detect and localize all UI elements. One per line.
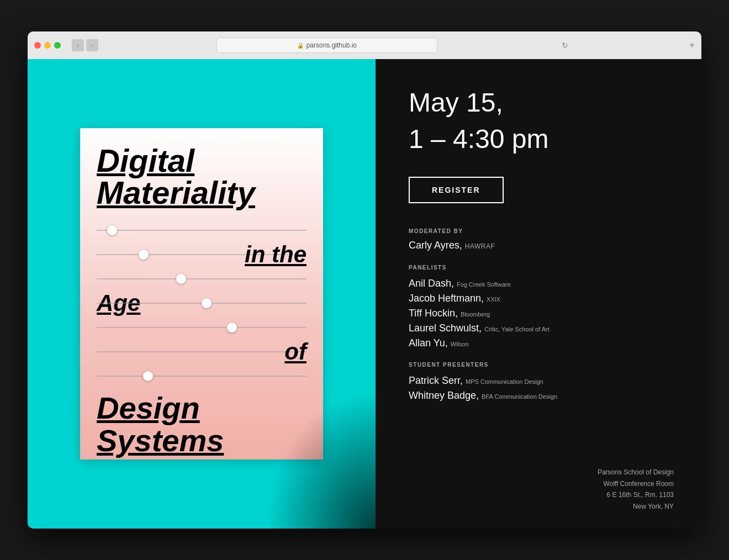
slider-row-5 xyxy=(97,320,307,335)
minimize-button[interactable] xyxy=(44,42,51,49)
slider-row-1 xyxy=(97,223,307,238)
panelists-section: PANELISTS Anil Dash, Fog Creek Software … xyxy=(409,265,674,351)
slider-track-6 xyxy=(97,352,307,352)
poster-bottom-line2: Systems xyxy=(97,425,307,457)
close-button[interactable] xyxy=(34,42,41,49)
left-panel: Digital Materiality in the xyxy=(28,59,376,529)
panelists-label: PANELISTS xyxy=(409,265,674,271)
slider-track-3 xyxy=(97,279,307,279)
forward-button[interactable]: › xyxy=(86,39,98,51)
poster-title: Digital Materiality xyxy=(97,145,307,220)
poster-bottom-line1: Design xyxy=(97,392,307,425)
slider-thumb-7[interactable] xyxy=(143,371,153,381)
poster-title-line2: Materiality xyxy=(97,177,307,209)
browser-window: ‹ › 🔒 parsons.github.io ↻ + Digital Mate… xyxy=(28,31,701,529)
venue-line1: Parsons School of Design xyxy=(409,467,674,478)
slider-row-4: Age xyxy=(97,287,307,320)
register-button[interactable]: REGISTER xyxy=(409,177,504,203)
event-date: May 15, xyxy=(409,87,674,119)
maximize-button[interactable] xyxy=(54,42,61,49)
student-1: Patrick Serr, MPS Communication Design xyxy=(409,373,674,388)
slider-thumb-2[interactable] xyxy=(139,250,149,260)
back-button[interactable]: ‹ xyxy=(72,39,84,51)
refresh-button[interactable]: ↻ xyxy=(559,39,571,51)
venue-line4: New York, NY xyxy=(409,501,674,512)
student-2: Whitney Badge, BFA Communication Design xyxy=(409,388,674,403)
slider-track-5 xyxy=(97,327,307,328)
slider-thumb-4[interactable] xyxy=(202,298,212,308)
of-label: of xyxy=(284,340,307,363)
slider-row-2: in the xyxy=(97,238,307,271)
panelist-1: Anil Dash, Fog Creek Software xyxy=(409,276,674,291)
venue-line2: Wolff Conference Room xyxy=(409,478,674,489)
moderator-name: Carly Ayres, HAWRAF xyxy=(409,240,674,251)
inthe-label: in the xyxy=(245,243,307,266)
slider-thumb-1[interactable] xyxy=(107,225,117,235)
panelist-4: Laurel Schwulst, Critic, Yale School of … xyxy=(409,321,674,336)
url-text: parsons.github.io xyxy=(307,41,357,49)
panelist-5: Allan Yu, Wilson xyxy=(409,336,674,351)
new-tab-button[interactable]: + xyxy=(689,40,695,50)
right-panel: May 15, 1 – 4:30 pm REGISTER MODERATED B… xyxy=(376,59,701,529)
sliders-area: in the Age xyxy=(97,220,307,387)
venue-line3: 6 E 16th St., Rm. 1103 xyxy=(409,489,674,500)
browser-toolbar: ‹ › 🔒 parsons.github.io ↻ + xyxy=(28,31,701,59)
address-bar[interactable]: 🔒 parsons.github.io xyxy=(216,38,437,53)
venue-info: Parsons School of Design Wolff Conferenc… xyxy=(409,467,674,512)
slider-track-7 xyxy=(97,376,307,377)
slider-thumb-5[interactable] xyxy=(227,323,237,332)
slider-row-7 xyxy=(97,368,307,384)
student-section: STUDENT PRESENTERS Patrick Serr, MPS Com… xyxy=(409,362,674,403)
slider-thumb-3[interactable] xyxy=(176,274,186,284)
slider-track-1 xyxy=(97,230,307,231)
poster-card: Digital Materiality in the xyxy=(80,128,323,459)
poster-title-line1: Digital xyxy=(97,145,307,177)
lock-icon: 🔒 xyxy=(297,43,304,49)
moderated-by-label: MODERATED BY xyxy=(409,228,674,234)
poster-bottom-title: Design Systems xyxy=(97,392,307,457)
panelist-3: Tiff Hockin, Bloomberg xyxy=(409,306,674,321)
traffic-lights xyxy=(34,42,61,49)
student-presenters-label: STUDENT PRESENTERS xyxy=(409,362,674,368)
browser-content: Digital Materiality in the xyxy=(28,59,701,529)
nav-buttons: ‹ › xyxy=(72,39,98,51)
event-time: 1 – 4:30 pm xyxy=(409,123,674,155)
slider-row-3 xyxy=(97,271,307,287)
panelist-2: Jacob Heftmann, XXIX xyxy=(409,291,674,306)
slider-row-6: of xyxy=(97,335,307,368)
moderator-affil: HAWRAF xyxy=(465,242,495,250)
